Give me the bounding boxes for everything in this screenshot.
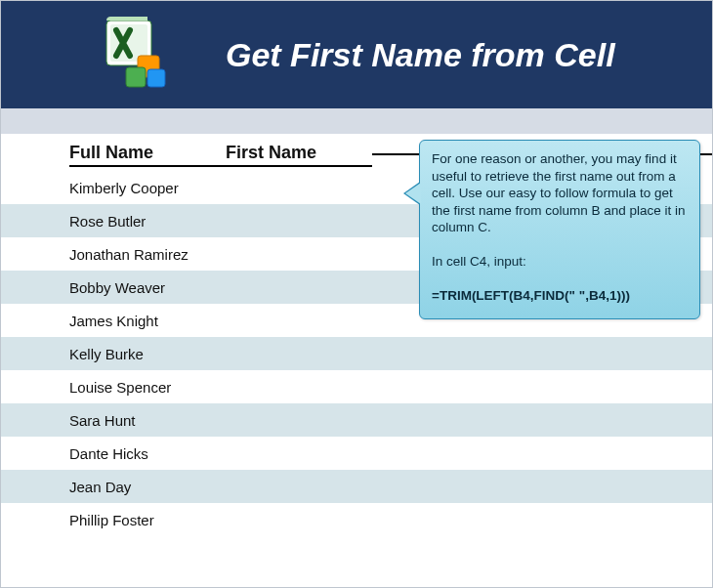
col-header-full-name: Full Name bbox=[69, 143, 226, 167]
cell-full-name: Jonathan Ramirez bbox=[69, 246, 226, 263]
cell-full-name: Bobby Weaver bbox=[69, 279, 226, 296]
cell-full-name: Kelly Burke bbox=[69, 346, 226, 362]
col-header-first-name: First Name bbox=[226, 143, 372, 167]
header: Get First Name from Cell bbox=[1, 1, 712, 108]
table-row: Jean Day bbox=[1, 470, 712, 503]
callout-text-1: For one reason or another, you may find … bbox=[432, 150, 688, 236]
table-row: Sara Hunt bbox=[1, 403, 712, 437]
tip-callout: For one reason or another, you may find … bbox=[419, 140, 700, 319]
cell-full-name: Dante Hicks bbox=[69, 445, 226, 462]
table-row: Phillip Foster bbox=[1, 503, 712, 536]
cell-full-name: Kimberly Cooper bbox=[69, 180, 226, 196]
callout-formula: =TRIM(LEFT(B4,FIND(" ",B4,1))) bbox=[432, 287, 688, 305]
cell-full-name: Jean Day bbox=[69, 479, 226, 495]
table-row: Kelly Burke bbox=[1, 337, 712, 370]
cell-full-name: Rose Butler bbox=[69, 213, 226, 230]
cell-full-name: Louise Spencer bbox=[69, 379, 226, 396]
excel-icon bbox=[99, 15, 175, 94]
sub-bar bbox=[1, 108, 712, 134]
table-row: Louise Spencer bbox=[1, 370, 712, 403]
svg-rect-3 bbox=[126, 67, 146, 87]
cell-full-name: James Knight bbox=[69, 313, 226, 329]
content-area: Full Name First Name Kimberly Cooper Ros… bbox=[1, 134, 712, 536]
svg-rect-4 bbox=[147, 69, 165, 87]
page-title: Get First Name from Cell bbox=[226, 36, 615, 74]
cell-full-name: Phillip Foster bbox=[69, 512, 226, 528]
callout-text-2: In cell C4, input: bbox=[432, 253, 688, 271]
table-row: Dante Hicks bbox=[1, 437, 712, 470]
cell-full-name: Sara Hunt bbox=[69, 412, 226, 429]
